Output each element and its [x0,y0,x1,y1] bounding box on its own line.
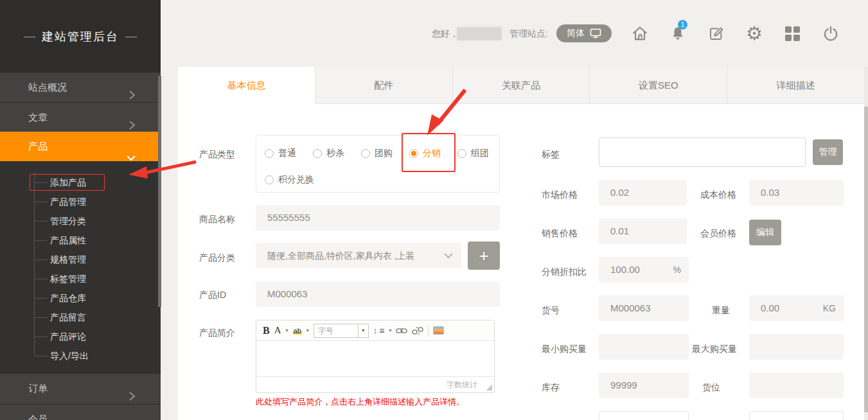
cutoff-input-left[interactable] [599,411,689,420]
sidebar-item-site-overview[interactable]: 站点概况 [0,73,161,102]
page-scrollbar-thumb[interactable] [864,107,868,412]
submenu-label: 标签管理 [50,274,86,284]
bold-icon[interactable]: B [263,325,270,337]
edit-icon [708,25,725,42]
page-scrollbar[interactable] [864,67,868,420]
editor-toolbar: B A ▾ ab ▾ 字号 ▾ ↕≡ ▾ [256,320,494,341]
submenu-item-messages[interactable]: 产品留言 [0,308,161,326]
home-icon [631,24,649,42]
radio-team[interactable]: 组团 [457,148,489,159]
sidebar-item-members[interactable]: 会员 [0,404,161,420]
min-qty-input[interactable] [599,334,689,360]
line-height-icon[interactable]: ↕ [373,326,378,335]
submenu-item-attributes[interactable]: 产品属性 [0,231,161,249]
notifications-button[interactable]: 1 [668,23,688,44]
submenu-label: 产品留言 [50,312,86,322]
radio-flash-sale[interactable]: 秒杀 [313,148,344,159]
submenu-item-category[interactable]: 管理分类 [0,212,161,230]
submenu-item-warehouse[interactable]: 产品仓库 [0,289,161,307]
percent-unit: % [673,257,681,283]
product-type-label: 产品类型 [199,148,235,161]
radio-label: 秒杀 [326,148,344,159]
sidebar-item-label: 订单 [28,383,48,394]
admin-page: — 建站管理后台 — 站点概况 文章 产品 添加产品 产品管理 管理 [0,0,868,420]
market-price-input[interactable]: 0.02 [599,180,687,206]
power-icon [822,25,839,42]
chevron-down-icon [443,252,454,259]
distribution-ratio-value: 100.00 [610,264,640,275]
weight-input[interactable]: 0.00 KG [749,295,844,321]
product-name-label: 商品名称 [199,213,235,225]
highlight-icon[interactable]: ab [293,327,302,335]
caret-down-icon[interactable]: ▾ [389,328,391,333]
sidebar-item-orders[interactable]: 订单 [0,373,161,403]
product-id-label: 产品ID [199,288,226,301]
category-select[interactable]: 随便,全部商品,特价区,家具内衣 ,上装 [256,243,461,268]
image-icon[interactable] [433,326,444,335]
logout-button[interactable] [820,23,841,44]
line-height-lines: ≡ [379,326,384,336]
sidebar-scrollbar[interactable] [158,76,161,307]
font-size-placeholder: 字号 [314,324,358,337]
tab-description[interactable]: 详细描述 [727,67,864,104]
font-size-select[interactable]: 字号 ▾ [314,324,369,338]
product-name-input[interactable]: 55555555 [256,205,500,231]
edit-member-price-button[interactable]: 编辑 [749,220,781,245]
distribution-ratio-label: 分销折扣比 [542,265,587,278]
compose-button[interactable] [706,23,727,44]
title-dash-left: — [24,30,35,43]
stock-input[interactable]: 99999 [599,372,689,398]
settings-button[interactable]: ⚙ [744,23,765,44]
submenu-label: 导入/导出 [50,351,89,361]
tab-seo[interactable]: 设置SEO [589,67,727,104]
kg-unit: KG [823,295,836,321]
submenu-label: 产品仓库 [50,293,86,303]
max-qty-input[interactable] [749,334,844,360]
radio-circle [361,149,370,158]
radio-points[interactable]: 积分兑换 [265,174,314,186]
editor-content[interactable] [256,341,494,376]
submenu-item-reviews[interactable]: 产品评论 [0,328,161,346]
cost-price-input[interactable]: 0.03 [749,180,844,206]
item-no-input[interactable]: M000063 [599,295,689,321]
radio-normal[interactable]: 普通 [265,148,296,159]
intro-editor: B A ▾ ab ▾ 字号 ▾ ↕≡ ▾ [256,320,495,393]
market-price-label: 市场价格 [542,188,578,201]
submenu-item-specs[interactable]: 规格管理 [0,250,161,268]
item-no-label: 货号 [542,304,560,317]
submenu-item-tags[interactable]: 标签管理 [0,270,161,288]
gear-icon: ⚙ [746,24,763,43]
location-input[interactable] [749,372,844,398]
sale-price-input[interactable]: 0.01 [599,218,687,244]
cutoff-input-right[interactable] [749,411,844,420]
resize-grip[interactable] [486,384,492,390]
caret-down-icon[interactable]: ▾ [286,328,288,333]
manage-tags-button[interactable]: 管理 [813,139,843,165]
language-button[interactable]: 简体 [556,24,612,42]
tab-label: 配件 [374,80,393,91]
radio-group-buy[interactable]: 团购 [361,148,393,159]
submenu-label: 产品属性 [50,235,86,245]
apps-button[interactable] [782,23,802,44]
radio-circle [265,175,274,184]
annotation-arrow-sidebar [123,154,200,181]
caret-down-icon[interactable]: ▾ [306,328,309,333]
member-price-label: 会员价格 [700,227,736,240]
sidebar-item-articles[interactable]: 文章 [0,102,161,132]
redacted-username [457,27,502,40]
add-category-button[interactable]: + [468,241,500,270]
unlink-icon[interactable] [412,326,423,335]
tree-branch [34,337,48,337]
location-label: 货位 [702,381,720,394]
link-icon[interactable] [396,327,407,335]
submenu-item-import-export[interactable]: 导入/导出 [0,347,161,365]
font-color-icon[interactable]: A [274,325,281,336]
submenu-item-product-manage[interactable]: 产品管理 [0,193,161,211]
tags-input[interactable] [599,137,806,167]
tab-basic-info[interactable]: 基本信息 [178,67,315,104]
radio-circle [313,149,322,158]
home-button[interactable] [630,23,650,44]
product-id-input[interactable]: M000063 [256,281,500,307]
word-count-label: 字数统计 [447,380,477,390]
distribution-ratio-input[interactable]: 100.00 % [599,257,689,283]
